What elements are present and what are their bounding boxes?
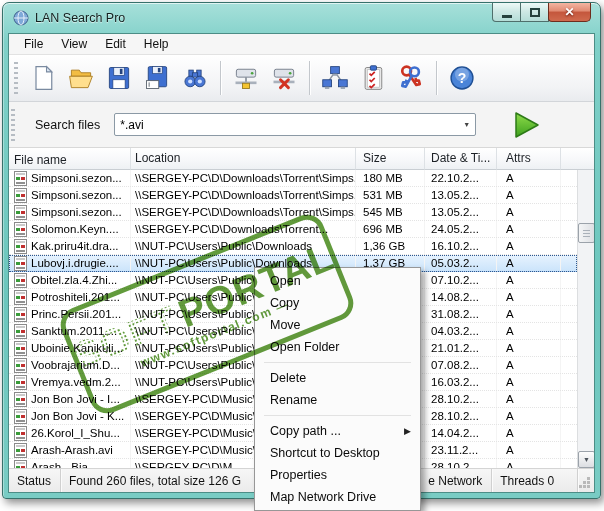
menu-item-label: Properties	[270, 464, 420, 486]
context-menu-item-properties[interactable]: Properties	[255, 464, 420, 486]
context-menu-item-map-network-drive[interactable]: Map Network Drive	[255, 486, 420, 508]
disconnect-drive-button[interactable]	[265, 58, 303, 98]
minimize-icon	[502, 15, 512, 18]
attrs-cell: A	[497, 289, 561, 305]
context-menu-item-delete[interactable]: Delete	[255, 367, 420, 389]
date-cell: 22.10.2...	[425, 170, 497, 186]
date-cell: 28.10.2...	[425, 391, 497, 407]
table-row[interactable]: Solomon.Keyn....\\SERGEY-PC\D\Downloads\…	[9, 221, 577, 238]
status-network: e Network	[420, 469, 492, 492]
file-name-cell: Simpsoni.sezon...	[9, 170, 131, 186]
file-name-cell: Arash-Arash.avi	[9, 442, 131, 458]
file-name-cell: Uboinie.Kanikuli...	[9, 340, 131, 356]
minimize-button[interactable]	[492, 3, 521, 22]
attrs-cell: A	[497, 255, 561, 271]
context-menu-item-open-folder[interactable]: Open Folder	[255, 336, 420, 358]
close-button[interactable]: ✕	[548, 3, 591, 22]
permissions-button[interactable]	[392, 58, 430, 98]
date-cell: 23.11.2...	[425, 442, 497, 458]
row-filler	[561, 170, 577, 186]
new-file-button[interactable]	[24, 58, 62, 98]
status-threads: Threads 0	[492, 469, 578, 492]
row-filler	[561, 323, 577, 339]
find-button[interactable]	[176, 58, 214, 98]
network-computers-icon	[321, 64, 349, 92]
row-filler	[561, 340, 577, 356]
date-cell: 13.05.2...	[425, 204, 497, 220]
date-cell: 14.08.2...	[425, 289, 497, 305]
table-row[interactable]: Simpsoni.sezon...\\SERGEY-PC\D\Downloads…	[9, 170, 577, 187]
column-header-file-name[interactable]: File name	[9, 148, 131, 170]
column-header-date-ti[interactable]: Date & Ti...	[425, 148, 497, 170]
media-file-icon	[14, 392, 27, 407]
media-file-icon	[14, 273, 27, 288]
size-cell: 1,36 GB	[356, 238, 425, 254]
screenshot-stage: LAN Search Pro ✕ FileViewEditHelp	[0, 0, 604, 511]
help-button[interactable]: ?	[443, 58, 481, 98]
context-menu-item-open[interactable]: Open	[255, 270, 420, 292]
column-header-location[interactable]: Location	[131, 148, 356, 170]
media-file-icon	[14, 358, 27, 373]
attrs-cell: A	[497, 204, 561, 220]
context-menu-item-shortcut-to-desktop[interactable]: Shortcut to Desktop	[255, 442, 420, 464]
close-icon: ✕	[564, 5, 574, 19]
file-name-cell: Lubovj.i.drugie....	[9, 255, 131, 271]
scroll-down-button[interactable]: ▼	[578, 451, 594, 468]
menubar-item-file[interactable]: File	[15, 35, 52, 53]
context-menu-item-copy-path[interactable]: Copy path ...▶	[255, 420, 420, 442]
row-filler	[561, 306, 577, 322]
window-title: LAN Search Pro	[35, 11, 125, 25]
submenu-arrow-icon: ▶	[404, 420, 420, 442]
toolbar-grip[interactable]	[14, 62, 18, 94]
binoculars-icon	[181, 64, 209, 92]
table-row[interactable]: Kak.priru4it.dra...\\NUT-PC\Users\Public…	[9, 238, 577, 255]
context-menu-item-copy[interactable]: Copy	[255, 292, 420, 314]
context-menu-item-move[interactable]: Move	[255, 314, 420, 336]
save-button[interactable]	[100, 58, 138, 98]
row-filler	[561, 221, 577, 237]
title-bar[interactable]: LAN Search Pro ✕	[3, 3, 600, 33]
table-row[interactable]: Simpsoni.sezon...\\SERGEY-PC\D\Downloads…	[9, 204, 577, 221]
search-bar-grip[interactable]	[11, 109, 15, 141]
resize-grip[interactable]	[578, 469, 594, 492]
attrs-cell: A	[497, 442, 561, 458]
search-input[interactable]: *.avi ▼	[114, 113, 476, 136]
svg-text:?: ?	[458, 70, 467, 86]
start-search-button[interactable]	[510, 109, 542, 141]
file-name-cell: Jon Bon Jovi - K...	[9, 408, 131, 424]
file-name-cell: Potroshiteli.201...	[9, 289, 131, 305]
scan-options-button[interactable]	[354, 58, 392, 98]
column-header-size[interactable]: Size	[356, 148, 425, 170]
attrs-cell: A	[497, 391, 561, 407]
media-file-icon	[14, 188, 27, 203]
attrs-cell: A	[497, 221, 561, 237]
maximize-button[interactable]	[520, 3, 549, 22]
file-name-cell: Jon Bon Jovi - I...	[9, 391, 131, 407]
column-header-attrs[interactable]: Attrs	[497, 148, 561, 170]
context-menu-item-rename[interactable]: Rename	[255, 389, 420, 411]
table-row[interactable]: Simpsoni.sezon...\\SERGEY-PC\D\Downloads…	[9, 187, 577, 204]
file-name-text: Sanktum.2011....	[31, 323, 117, 339]
menubar-item-view[interactable]: View	[52, 35, 96, 53]
row-filler	[561, 459, 577, 468]
file-name-text: Jon Bon Jovi - K...	[31, 408, 124, 424]
map-drive-button[interactable]	[227, 58, 265, 98]
media-file-icon	[14, 256, 27, 271]
menubar-item-edit[interactable]: Edit	[96, 35, 135, 53]
scrollbar-thumb[interactable]	[578, 223, 594, 243]
checklist-icon	[359, 64, 387, 92]
date-cell: 28.10.2...	[425, 408, 497, 424]
vertical-scrollbar[interactable]: ▲ ▼	[577, 148, 594, 468]
search-value: *.avi	[115, 118, 458, 132]
menubar-item-help[interactable]: Help	[135, 35, 178, 53]
media-file-icon	[14, 460, 27, 469]
chevron-down-icon[interactable]: ▼	[458, 114, 475, 135]
file-name-text: Uboinie.Kanikuli...	[31, 340, 123, 356]
toolbar-separator	[309, 61, 310, 95]
save-as-button[interactable]	[138, 58, 176, 98]
network-button[interactable]	[316, 58, 354, 98]
search-bar: Search files *.avi ▼	[9, 102, 594, 148]
open-folder-button[interactable]	[62, 58, 100, 98]
row-filler	[561, 408, 577, 424]
menu-item-label: Map Network Drive	[270, 486, 420, 508]
